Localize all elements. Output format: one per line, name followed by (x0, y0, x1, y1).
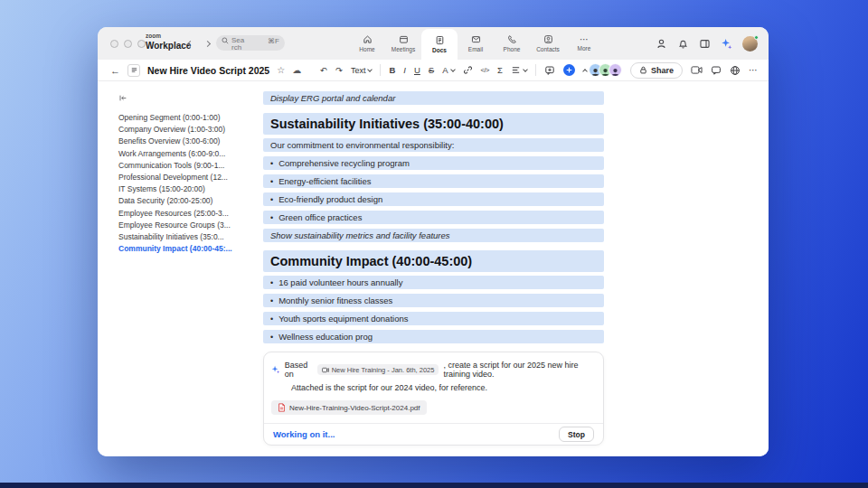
profile-person-icon[interactable] (656, 38, 667, 50)
share-button[interactable]: Share (630, 62, 683, 79)
tab-more[interactable]: ⋯ More (566, 27, 602, 60)
more-icon: ⋯ (580, 35, 589, 43)
status-online-dot (754, 35, 759, 40)
comment-icon[interactable] (544, 65, 555, 76)
lock-icon (639, 66, 647, 74)
nav-label: Home (359, 46, 374, 52)
search-placeholder: Sea rch (231, 37, 244, 52)
link-icon[interactable] (463, 65, 473, 75)
outline-item[interactable]: Benefits Overview (3:00-6:00) (118, 136, 259, 147)
outline-item[interactable]: Data Security (20:00-25:00) (118, 195, 259, 207)
insert-plus-button[interactable] (563, 64, 575, 76)
chat-icon[interactable] (711, 65, 722, 76)
doc-bullet-row[interactable]: Energy-efficient facilities (263, 174, 604, 188)
collapse-toolbar-button[interactable] (582, 69, 588, 74)
titlebar: zoom Workplace Sea rch ⌘F Home Meetings (98, 27, 769, 60)
outline-sidebar: Opening Segment (0:00-1:00) Company Over… (98, 81, 259, 255)
doc-editor: Display ERG portal and calendar Sustaina… (263, 81, 604, 446)
doc-row[interactable]: Display ERG portal and calendar (263, 91, 604, 105)
ai-source-chip[interactable]: New Hire Training - Jan. 6th, 2025 (317, 364, 439, 375)
doc-bullet-row[interactable]: Green office practices (263, 211, 604, 224)
ai-companion-panel: Based on New Hire Training - Jan. 6th, 2… (263, 352, 604, 446)
ai-prompt-line2: Attached is the script for our 2024 vide… (271, 383, 596, 392)
underline-button[interactable]: U (414, 65, 420, 75)
outline-item[interactable]: Employee Resource Groups (3... (118, 220, 259, 231)
doc-heading[interactable]: Community Impact (40:00-45:00) (263, 250, 604, 272)
app-window: zoom Workplace Sea rch ⌘F Home Meetings (98, 27, 769, 456)
doc-list-icon[interactable] (127, 64, 140, 77)
tab-home[interactable]: Home (349, 27, 385, 60)
user-avatar[interactable] (742, 36, 758, 52)
minimize-window-button[interactable] (124, 40, 132, 48)
home-icon (363, 34, 373, 44)
nav-label: Docs (432, 47, 447, 53)
bell-icon[interactable] (677, 38, 689, 50)
recording-camera-icon (322, 367, 329, 373)
pdf-file-icon (278, 403, 286, 412)
doc-content-area: Opening Segment (0:00-1:00) Company Over… (98, 81, 769, 456)
more-options-icon[interactable]: ⋯ (749, 65, 758, 75)
ai-attachment-chip[interactable]: New-Hire-Training-Video-Script-2024.pdf (271, 400, 427, 415)
list-align-dropdown[interactable] (511, 65, 527, 75)
search-icon (222, 37, 229, 44)
tab-contacts[interactable]: Contacts (530, 27, 566, 60)
docs-icon (435, 35, 445, 45)
outline-item[interactable]: Company Overview (1:00-3:00) (118, 124, 259, 136)
history-forward-button[interactable] (203, 39, 212, 48)
close-window-button[interactable] (110, 40, 118, 48)
outline-item[interactable]: Professional Development (12... (118, 172, 259, 183)
doc-bullet-row[interactable]: 16 paid volunteer hours annually (263, 276, 604, 289)
outline-item[interactable]: Opening Segment (0:00-1:00) (118, 112, 259, 124)
chevron-down-icon (368, 67, 373, 72)
zoom-window-button[interactable] (137, 40, 146, 48)
chevron-down-icon (450, 67, 456, 72)
redo-button[interactable]: ↷ (335, 65, 343, 75)
plus-icon (566, 67, 572, 73)
tab-meetings[interactable]: Meetings (385, 27, 421, 60)
undo-button[interactable]: ↶ (320, 65, 327, 75)
doc-row[interactable]: Show sustainability metrics and facility… (263, 229, 604, 242)
strikethrough-button[interactable]: S (429, 65, 434, 75)
italic-button[interactable]: I (403, 65, 406, 75)
code-block-button[interactable]: </> (481, 66, 489, 74)
doc-bullet-row[interactable]: Eco-friendly product design (263, 192, 604, 206)
globe-icon[interactable] (730, 65, 741, 76)
back-button[interactable]: ← (110, 65, 120, 76)
ai-companion-sparkle-icon[interactable] (721, 38, 732, 50)
doc-bullet-row[interactable]: Wellness education prog (263, 330, 604, 343)
tab-email[interactable]: Email (458, 27, 494, 60)
cloud-sync-icon[interactable]: ☁ (292, 65, 301, 75)
tab-docs[interactable]: Docs (421, 29, 458, 60)
bold-button[interactable]: B (389, 65, 395, 75)
titlebar-right (656, 27, 758, 60)
favorite-star-icon[interactable]: ☆ (277, 65, 285, 75)
search-input[interactable]: Sea rch ⌘F (216, 35, 285, 51)
desktop-bottom-edge (0, 483, 868, 488)
list-icon (511, 65, 521, 75)
outline-item[interactable]: Work Arrangements (6:00-9:0... (118, 148, 259, 160)
doc-bullet-row[interactable]: Comprehensive recycling program (263, 156, 604, 170)
divider (380, 64, 381, 76)
share-label: Share (651, 66, 674, 75)
video-camera-icon[interactable] (691, 65, 703, 75)
outline-item[interactable]: IT Systems (15:00-20:00) (118, 183, 259, 195)
logo-workplace-text: Workplace (146, 42, 191, 51)
doc-heading[interactable]: Sustainability Initiatives (35:00-40:00) (263, 113, 604, 135)
formula-button[interactable]: Σ (497, 65, 503, 75)
doc-row[interactable]: Our commitment to environmental responsi… (263, 138, 604, 152)
outline-item[interactable]: Sustainability Initiatives (35:0... (118, 231, 259, 243)
outline-item-active[interactable]: Community Impact (40:00-45:... (118, 243, 259, 255)
side-panel-icon[interactable] (699, 38, 711, 50)
text-style-dropdown[interactable]: Text (351, 66, 373, 75)
history-back-button[interactable] (185, 39, 194, 48)
collaborator-avatars[interactable] (589, 63, 622, 77)
outline-item[interactable]: Employee Resources (25:00-3... (118, 208, 259, 220)
doc-bullet-row[interactable]: Youth sports equipment donations (263, 312, 604, 325)
stop-button[interactable]: Stop (559, 427, 594, 442)
text-color-dropdown[interactable]: A (442, 65, 454, 75)
tab-phone[interactable]: Phone (494, 27, 530, 60)
collapse-outline-button[interactable] (118, 89, 259, 106)
outline-item[interactable]: Communication Tools (9:00-1... (118, 160, 259, 172)
nav-label: More (578, 45, 591, 52)
doc-bullet-row[interactable]: Monthly senior fitness classes (263, 294, 604, 307)
